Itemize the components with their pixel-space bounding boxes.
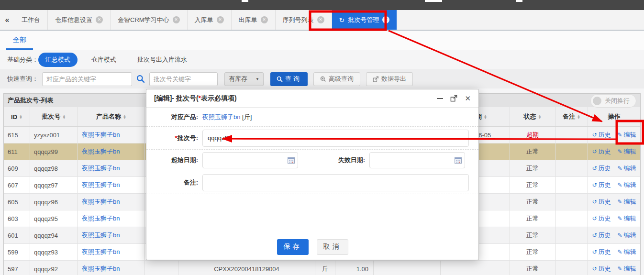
tab-2[interactable]: 金智CRM学习中心✕ [111, 10, 188, 30]
history-link[interactable]: ↺历史 [592, 164, 611, 173]
edit-label: 编辑 [624, 164, 636, 173]
sort-icon[interactable]: ▲▼ [538, 114, 542, 119]
sort-icon[interactable]: ▲▼ [19, 114, 22, 119]
history-link[interactable]: ↺历史 [592, 264, 611, 273]
history-link[interactable]: ↺历史 [592, 214, 611, 223]
sort-icon[interactable]: ▲▼ [577, 114, 580, 119]
advanced-query-button[interactable]: 高级查询 [313, 72, 360, 86]
cell-value: 1.00 [356, 265, 368, 273]
start-date-wrap [202, 152, 298, 168]
edit-link[interactable]: ✎编辑 [618, 231, 636, 240]
batch-keyword-input[interactable] [149, 72, 218, 86]
tab-all[interactable]: 全部 [6, 31, 33, 50]
minimize-icon[interactable] [437, 98, 443, 99]
cell-id: 609 [4, 160, 30, 176]
product-link[interactable]: 夜照玉狮子bn [82, 181, 120, 189]
column-header-1[interactable]: 批次号▲▼ [30, 107, 78, 126]
edit-label: 编辑 [624, 181, 636, 189]
sort-icon[interactable]: ▲▼ [484, 114, 487, 119]
history-link[interactable]: ↺历史 [592, 198, 611, 206]
tab-0[interactable]: 工作台 [14, 10, 48, 30]
column-header-9[interactable]: 状态▲▼ [510, 107, 555, 126]
cell-remark [555, 143, 588, 160]
search-plus-icon [320, 76, 326, 82]
start-date-input[interactable] [202, 152, 298, 168]
cell-value: CPXX20200418129004 [214, 265, 279, 273]
column-header-10[interactable]: 备注▲▼ [555, 107, 588, 126]
cell-product: 夜照玉狮子bn [78, 177, 145, 193]
product-link[interactable]: 夜照玉狮子bn [82, 147, 120, 156]
edit-link[interactable]: ✎编辑 [618, 264, 636, 273]
remark-input[interactable] [202, 174, 469, 191]
product-link[interactable]: 夜照玉狮子bn [82, 231, 120, 240]
cell-status: 正常 [510, 160, 555, 176]
product-keyword-input[interactable] [42, 72, 132, 86]
maximize-icon[interactable] [450, 95, 457, 102]
stock-filter-select[interactable]: 有库存 ▼ [224, 72, 264, 86]
close-icon[interactable]: ✕ [465, 94, 471, 103]
modal-batch-row: *批次号: [146, 127, 478, 150]
query-button[interactable]: 查询 [270, 72, 308, 86]
edit-link[interactable]: ✎编辑 [618, 164, 636, 173]
edit-label: 编辑 [624, 214, 636, 223]
calendar-icon[interactable] [288, 157, 295, 165]
edit-link[interactable]: ✎编辑 [618, 181, 636, 189]
search-icon[interactable] [136, 75, 145, 83]
tab-close-icon[interactable]: ✕ [217, 16, 224, 23]
end-date-input[interactable] [369, 152, 465, 168]
product-link[interactable]: 夜照玉狮子bn [82, 214, 120, 223]
cancel-button[interactable]: 取消 [317, 239, 348, 255]
cell-id: 597 [4, 261, 30, 275]
cell-operations: ↺历史✎编辑 [588, 210, 640, 227]
data-export-button[interactable]: 数据导出 [366, 72, 413, 86]
cell-operations: ↺历史✎编辑 [588, 143, 640, 160]
cell-product: 夜照玉狮子bn [78, 160, 145, 176]
edit-link[interactable]: ✎编辑 [618, 147, 636, 156]
edit-label: 编辑 [624, 264, 636, 273]
history-link[interactable]: ↺历史 [592, 131, 611, 139]
tab-close-icon[interactable]: ✕ [173, 16, 180, 23]
cell-code: CPXX20200418129004 [178, 261, 315, 275]
collapse-tabs-icon[interactable]: « [0, 10, 14, 30]
save-button[interactable]: 保存 [277, 239, 309, 255]
category-option-batch-flow[interactable]: 批次号出入库流水 [130, 53, 194, 67]
product-link[interactable]: 夜照玉狮子bn [82, 164, 120, 173]
tab-close-icon[interactable]: ✕ [382, 16, 389, 23]
tab-3[interactable]: 入库单✕ [188, 10, 232, 30]
column-header-2[interactable]: 产品名称▲▼ [78, 107, 145, 126]
history-link[interactable]: ↺历史 [592, 147, 611, 156]
edit-link[interactable]: ✎编辑 [618, 248, 636, 256]
table-row-597[interactable]: 597qqqqz92夜照玉狮子bnCPXX20200418129004斤1.00… [4, 261, 640, 275]
tab-5[interactable]: 序列号列表✕ [276, 10, 332, 30]
tab-close-icon[interactable]: ✕ [96, 16, 103, 23]
product-link[interactable]: 夜照玉狮子bn [202, 113, 240, 121]
calendar-icon[interactable] [455, 157, 462, 165]
tab-close-icon[interactable]: ✕ [261, 16, 268, 23]
history-link[interactable]: ↺历史 [592, 181, 611, 189]
history-link[interactable]: ↺历史 [592, 248, 611, 256]
product-link[interactable]: 夜照玉狮子bn [82, 131, 120, 139]
tab-1[interactable]: 仓库信息设置✕ [48, 10, 111, 30]
tab-close-icon[interactable]: ✕ [317, 16, 324, 23]
sort-icon[interactable]: ▲▼ [123, 114, 126, 119]
product-link[interactable]: 夜照玉狮子bn [82, 248, 120, 256]
cell-remark [555, 177, 588, 193]
cell-operations: ↺历史✎编辑 [588, 177, 640, 193]
product-link[interactable]: 夜照玉狮子bn [82, 264, 120, 273]
tab-4[interactable]: 出库单✕ [232, 10, 276, 30]
modal-product-row: 对应产品: 夜照玉狮子bn [斤] [146, 108, 478, 127]
column-header-0[interactable]: ID▲▼ [4, 107, 30, 126]
history-link[interactable]: ↺历史 [592, 231, 611, 240]
wrap-toggle[interactable]: 关闭换行 [590, 94, 636, 108]
edit-link[interactable]: ✎编辑 [618, 214, 636, 223]
batch-number-input[interactable] [202, 130, 469, 147]
refresh-icon[interactable]: ↻ [339, 17, 345, 23]
category-option-summary-mode[interactable]: 汇总模式 [38, 53, 78, 67]
sort-icon[interactable]: ▲▼ [63, 114, 66, 119]
cell-batch: yzysz001 [30, 127, 78, 143]
product-link[interactable]: 夜照玉狮子bn [82, 198, 120, 206]
tab-6[interactable]: ↻批次号管理✕ [332, 10, 397, 30]
edit-link[interactable]: ✎编辑 [618, 198, 636, 206]
category-option-warehouse-mode[interactable]: 仓库模式 [84, 53, 123, 67]
edit-link[interactable]: ✎编辑 [618, 131, 636, 139]
